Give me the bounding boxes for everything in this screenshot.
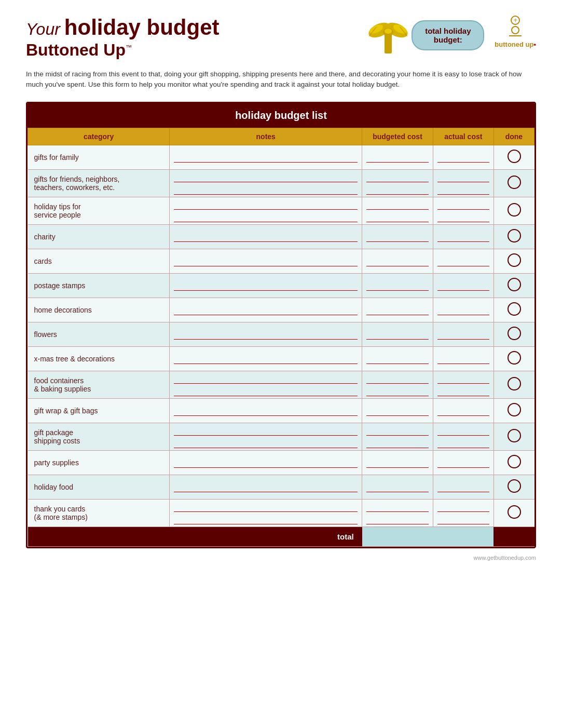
done-checkbox-circle[interactable] [508,403,521,416]
logo-circle-top-icon [511,16,520,25]
done-checkbox-circle[interactable] [508,302,521,316]
budgeted-cost-cell[interactable] [362,169,433,197]
category-cell: holiday tips forservice people [28,197,170,224]
done-checkbox-circle[interactable] [508,479,521,493]
budgeted-cost-cell[interactable] [362,371,433,398]
table-row: gift packageshipping costs [28,423,534,450]
notes-cell[interactable] [170,273,362,298]
notes-cell[interactable] [170,371,362,398]
done-cell[interactable] [494,475,534,499]
done-cell[interactable] [494,273,534,298]
actual-cost-cell[interactable] [433,273,494,298]
total-label: total [28,527,362,546]
notes-cell[interactable] [170,475,362,499]
category-cell: holiday food [28,475,170,499]
category-cell: postage stamps [28,273,170,298]
done-cell[interactable] [494,298,534,322]
done-cell[interactable] [494,197,534,224]
done-cell[interactable] [494,398,534,423]
notes-cell[interactable] [170,346,362,371]
done-checkbox-circle[interactable] [508,278,521,291]
budget-table-wrapper: holiday budget list category notes budge… [26,102,536,548]
notes-cell[interactable] [170,169,362,197]
budgeted-cost-cell[interactable] [362,423,433,450]
table-row: flowers [28,322,534,346]
actual-cost-cell[interactable] [433,169,494,197]
done-cell[interactable] [494,322,534,346]
notes-cell[interactable] [170,249,362,273]
budgeted-cost-cell[interactable] [362,398,433,423]
actual-cost-cell[interactable] [433,371,494,398]
budgeted-cost-cell[interactable] [362,197,433,224]
footer: www.getbuttonedup.com [26,555,536,561]
header-left: Your holiday budget Buttoned Up™ [26,16,354,60]
actual-cost-cell[interactable] [433,224,494,249]
budgeted-cost-cell[interactable] [362,322,433,346]
done-checkbox-circle[interactable] [508,327,521,340]
notes-cell[interactable] [170,499,362,527]
done-checkbox-circle[interactable] [508,455,521,468]
logo-brand-text: buttoned up• [495,41,536,48]
actual-cost-cell[interactable] [433,145,494,169]
title-holiday-budget: holiday budget [64,16,220,39]
table-row: charity [28,224,534,249]
svg-rect-0 [385,34,392,53]
actual-cost-cell[interactable] [433,249,494,273]
done-checkbox-circle[interactable] [508,351,521,365]
actual-cost-cell[interactable] [433,423,494,450]
done-cell[interactable] [494,450,534,475]
done-cell[interactable] [494,371,534,398]
done-checkbox-circle[interactable] [508,429,521,442]
budgeted-cost-cell[interactable] [362,346,433,371]
table-row: gift wrap & gift bags [28,398,534,423]
done-cell[interactable] [494,346,534,371]
actual-cost-cell[interactable] [433,475,494,499]
header: Your holiday budget Buttoned Up™ [26,16,536,60]
done-checkbox-circle[interactable] [508,253,521,267]
actual-cost-cell[interactable] [433,499,494,527]
done-cell[interactable] [494,499,534,527]
actual-cost-cell[interactable] [433,346,494,371]
notes-cell[interactable] [170,145,362,169]
done-checkbox-circle[interactable] [508,203,521,217]
actual-cost-cell[interactable] [433,450,494,475]
notes-cell[interactable] [170,398,362,423]
notes-cell[interactable] [170,224,362,249]
done-cell[interactable] [494,423,534,450]
actual-cost-cell[interactable] [433,298,494,322]
done-checkbox-circle[interactable] [508,176,521,189]
table-row: holiday food [28,475,534,499]
budgeted-cost-cell[interactable] [362,224,433,249]
table-row: holiday tips forservice people [28,197,534,224]
done-cell[interactable] [494,145,534,169]
actual-cost-cell[interactable] [433,322,494,346]
done-cell[interactable] [494,249,534,273]
logo-line-icon [509,35,522,36]
actual-cost-cell[interactable] [433,398,494,423]
done-checkbox-circle[interactable] [508,150,521,163]
budgeted-cost-cell[interactable] [362,475,433,499]
done-cell[interactable] [494,224,534,249]
notes-cell[interactable] [170,450,362,475]
budgeted-cost-cell[interactable] [362,249,433,273]
budgeted-cost-cell[interactable] [362,298,433,322]
category-cell: thank you cards(& more stamps) [28,499,170,527]
budget-pill: total holiday budget: [412,20,484,50]
budgeted-cost-cell[interactable] [362,499,433,527]
actual-cost-cell[interactable] [433,197,494,224]
notes-cell[interactable] [170,322,362,346]
table-row: gifts for family [28,145,534,169]
notes-cell[interactable] [170,423,362,450]
category-cell: flowers [28,322,170,346]
done-checkbox-circle[interactable] [508,377,521,390]
done-checkbox-circle[interactable] [508,505,521,519]
budgeted-cost-cell[interactable] [362,145,433,169]
category-cell: gifts for friends, neighbors,teachers, c… [28,169,170,197]
notes-cell[interactable] [170,197,362,224]
budgeted-cost-cell[interactable] [362,450,433,475]
footer-url: www.getbuttonedup.com [474,555,536,561]
budgeted-cost-cell[interactable] [362,273,433,298]
done-checkbox-circle[interactable] [508,229,521,242]
done-cell[interactable] [494,169,534,197]
notes-cell[interactable] [170,298,362,322]
